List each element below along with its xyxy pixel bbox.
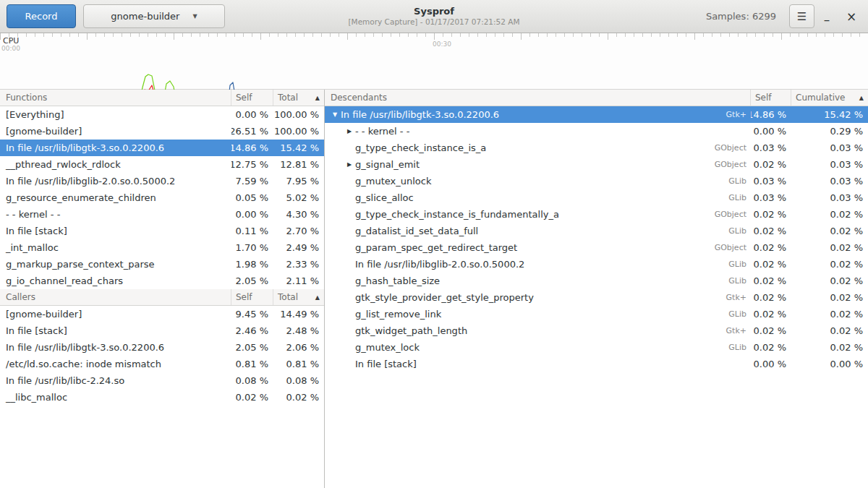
- collapse-icon[interactable]: ▼: [329, 111, 341, 118]
- function-name: g_param_spec_get_redirect_target: [355, 242, 517, 253]
- expand-icon[interactable]: ▶: [344, 161, 355, 168]
- function-name: g_list_remove_link: [355, 309, 441, 320]
- table-row[interactable]: g_mutex_lockGLib0.02 %0.02 %: [325, 339, 868, 356]
- table-row[interactable]: - - kernel - -0.00 %4.30 %: [0, 206, 324, 223]
- table-row[interactable]: g_markup_parse_context_parse1.98 %2.33 %: [0, 256, 324, 273]
- self-value: 2.05 %: [231, 273, 273, 289]
- functions-pane: Functions Self Total ▲ [Everything]0.00 …: [0, 90, 325, 488]
- table-row[interactable]: g_list_remove_linkGLib0.02 %0.02 %: [325, 306, 868, 322]
- minimize-button[interactable]: –: [814, 7, 839, 27]
- self-value: 0.00 %: [231, 206, 273, 223]
- table-row[interactable]: [Everything]0.00 %100.00 %: [0, 106, 324, 123]
- cumulative-value: 15.42 %: [791, 106, 868, 123]
- table-row[interactable]: g_slice_allocGLib0.03 %0.03 %: [325, 189, 868, 206]
- table-row[interactable]: In file /usr/lib/libglib-2.0.so.0.5000.2…: [325, 256, 868, 273]
- function-name-cell: g_slice_allocGLib: [325, 189, 751, 206]
- total-value: 0.02 %: [273, 389, 324, 406]
- table-row[interactable]: g_io_channel_read_chars2.05 %2.11 %: [0, 273, 324, 289]
- process-selector[interactable]: gnome-builder ▼: [83, 4, 225, 28]
- callers-column-header[interactable]: Callers: [0, 289, 231, 305]
- self-column-header[interactable]: Self: [231, 90, 273, 106]
- self-column-header[interactable]: Self: [231, 289, 273, 305]
- sort-indicator-icon: ▲: [315, 95, 320, 101]
- cpu-timeline[interactable]: CPU 00:00 00:30: [0, 33, 868, 90]
- function-name: In file [stack]: [355, 359, 417, 369]
- functions-rows: [Everything]0.00 %100.00 %[gnome-builder…: [0, 106, 324, 289]
- function-name: [Everything]: [0, 106, 231, 123]
- self-value: 0.11 %: [231, 223, 273, 239]
- table-row[interactable]: In file /usr/lib/libgtk-3.so.0.2200.62.0…: [0, 339, 324, 356]
- self-value: 0.81 %: [231, 356, 273, 372]
- table-row[interactable]: In file [stack]0.11 %2.70 %: [0, 223, 324, 239]
- functions-column-header[interactable]: Functions: [0, 90, 231, 106]
- table-row[interactable]: In file [stack]2.46 %2.48 %: [0, 322, 324, 339]
- total-value: 5.02 %: [273, 189, 324, 206]
- table-row[interactable]: g_datalist_id_set_data_fullGLib0.02 %0.0…: [325, 223, 868, 239]
- library-tag: Gtk+: [726, 326, 751, 335]
- cumulative-column-header[interactable]: Cumulative ▲: [791, 90, 868, 106]
- table-row[interactable]: In file /usr/lib/libgtk-3.so.0.2200.614.…: [0, 140, 324, 156]
- table-row[interactable]: g_type_check_instance_is_fundamentally_a…: [325, 206, 868, 223]
- table-row[interactable]: In file /usr/lib/libc-2.24.so0.08 %0.08 …: [0, 372, 324, 389]
- table-row[interactable]: [gnome-builder]9.45 %14.49 %: [0, 306, 324, 322]
- self-value: 0.00 %: [751, 356, 791, 372]
- function-name-cell: g_type_check_instance_is_fundamentally_a…: [325, 206, 751, 223]
- library-tag: GLib: [728, 226, 751, 236]
- menu-button[interactable]: ☰: [789, 4, 814, 28]
- function-name: gtk_style_provider_get_style_property: [355, 292, 534, 303]
- library-tag: GLib: [728, 176, 751, 186]
- descendants-column-header[interactable]: Descendants: [325, 90, 751, 106]
- table-row[interactable]: _int_malloc1.70 %2.49 %: [0, 239, 324, 256]
- cumulative-value: 0.03 %: [791, 189, 868, 206]
- header-bar: Record gnome-builder ▼ Sysprof [Memory C…: [0, 0, 868, 33]
- cumulative-value: 0.00 %: [791, 356, 868, 372]
- table-row[interactable]: g_type_check_instance_is_aGObject0.03 %0…: [325, 140, 868, 156]
- table-row[interactable]: [gnome-builder]26.51 %100.00 %: [0, 123, 324, 140]
- table-row[interactable]: ▼In file /usr/lib/libgtk-3.so.0.2200.6Gt…: [325, 106, 868, 123]
- total-column-label: Total: [278, 292, 298, 302]
- table-row[interactable]: In file /usr/lib/libglib-2.0.so.0.5000.2…: [0, 173, 324, 189]
- table-row[interactable]: __pthread_rwlock_rdlock12.75 %12.81 %: [0, 156, 324, 173]
- expand-icon[interactable]: ▶: [344, 128, 355, 134]
- table-row[interactable]: gtk_style_provider_get_style_propertyGtk…: [325, 289, 868, 306]
- cumulative-value: 0.03 %: [791, 140, 868, 156]
- function-name-cell: gtk_style_provider_get_style_propertyGtk…: [325, 289, 751, 306]
- table-row[interactable]: g_resource_enumerate_children0.05 %5.02 …: [0, 189, 324, 206]
- self-value: 0.02 %: [751, 239, 791, 256]
- self-value: 1.70 %: [231, 239, 273, 256]
- total-column-header[interactable]: Total ▲: [273, 90, 324, 106]
- table-row[interactable]: gtk_widget_path_lengthGtk+0.02 %0.02 %: [325, 322, 868, 339]
- function-name: In file /usr/lib/libglib-2.0.so.0.5000.2: [0, 173, 231, 189]
- total-value: 2.33 %: [273, 256, 324, 273]
- library-tag: GLib: [728, 309, 751, 319]
- total-value: 12.81 %: [273, 156, 324, 173]
- table-row[interactable]: In file [stack]0.00 %0.00 %: [325, 356, 868, 372]
- self-value: 0.02 %: [751, 289, 791, 306]
- table-row[interactable]: g_hash_table_sizeGLib0.02 %0.02 %: [325, 273, 868, 289]
- self-value: 2.46 %: [231, 322, 273, 339]
- total-column-header[interactable]: Total ▲: [273, 289, 324, 305]
- close-button[interactable]: ×: [839, 9, 864, 24]
- cumulative-value: 0.02 %: [791, 289, 868, 306]
- self-value: 0.02 %: [751, 156, 791, 173]
- table-row[interactable]: __libc_malloc0.02 %0.02 %: [0, 389, 324, 406]
- self-value: 9.45 %: [231, 306, 273, 322]
- callers-rows: [gnome-builder]9.45 %14.49 %In file [sta…: [0, 306, 324, 406]
- function-name: g_type_check_instance_is_a: [355, 142, 486, 153]
- table-row[interactable]: g_mutex_unlockGLib0.03 %0.03 %: [325, 173, 868, 189]
- table-row[interactable]: ▶g_signal_emitGObject0.02 %0.03 %: [325, 156, 868, 173]
- function-name: g_hash_table_size: [355, 275, 440, 286]
- table-row[interactable]: /etc/ld.so.cache: inode mismatch0.81 %0.…: [0, 356, 324, 372]
- timeline-mid-label: 00:30: [433, 40, 451, 48]
- record-button[interactable]: Record: [7, 4, 76, 28]
- self-value: 26.51 %: [231, 123, 273, 140]
- total-value: 0.08 %: [273, 372, 324, 389]
- function-name: __pthread_rwlock_rdlock: [0, 156, 231, 173]
- function-name: [gnome-builder]: [0, 123, 231, 140]
- self-column-header[interactable]: Self: [751, 90, 791, 106]
- total-value: 14.49 %: [273, 306, 324, 322]
- table-row[interactable]: ▶- - kernel - -0.00 %0.29 %: [325, 123, 868, 140]
- function-name: /etc/ld.so.cache: inode mismatch: [0, 356, 231, 372]
- function-name: g_type_check_instance_is_fundamentally_a: [355, 209, 559, 220]
- table-row[interactable]: g_param_spec_get_redirect_targetGObject0…: [325, 239, 868, 256]
